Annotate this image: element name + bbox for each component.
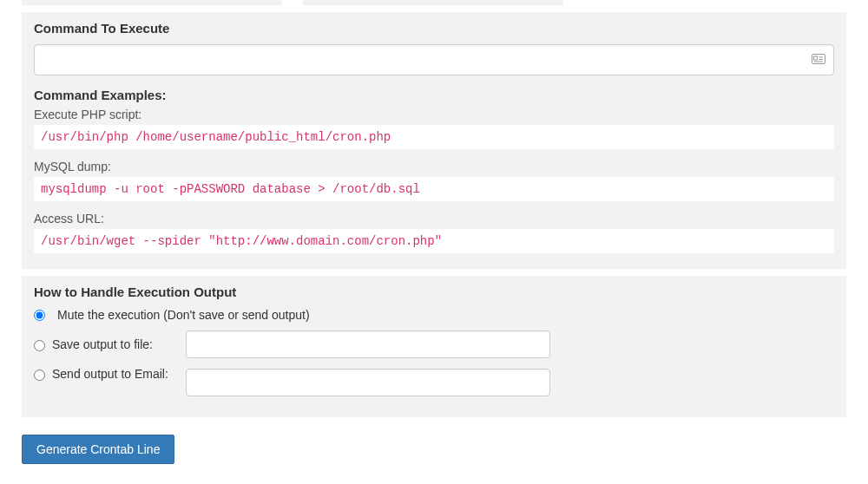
examples-heading: Command Examples:	[34, 88, 834, 102]
radio-mute-label: Mute the execution (Don't save or send o…	[57, 308, 310, 322]
command-title: Command To Execute	[34, 21, 834, 36]
radio-savefile-label: Save output to file:	[52, 337, 186, 351]
example-label: Access URL:	[34, 212, 834, 226]
example-label: Execute PHP script:	[34, 108, 834, 121]
command-input-wrap	[34, 44, 834, 75]
placeholder-block	[303, 0, 563, 5]
example-code: mysqldump -u root -pPASSWORD database > …	[34, 177, 834, 201]
savefile-input[interactable]	[186, 330, 550, 358]
sendemail-input[interactable]	[186, 369, 550, 396]
command-input[interactable]	[34, 44, 834, 75]
radio-mute[interactable]	[34, 310, 45, 321]
generate-button[interactable]: Generate Crontab Line	[22, 435, 174, 464]
output-option-savefile: Save output to file:	[34, 330, 834, 358]
radio-sendemail-label: Send output to Email:	[52, 367, 186, 381]
example-label: MySQL dump:	[34, 160, 834, 173]
top-placeholder-row	[22, 0, 846, 5]
radio-sendemail[interactable]	[34, 370, 45, 381]
placeholder-block	[22, 0, 282, 5]
command-panel: Command To Execute Command Examples: Exe…	[22, 12, 846, 269]
output-option-sendemail: Send output to Email:	[34, 367, 834, 396]
output-option-mute: Mute the execution (Don't save or send o…	[34, 308, 834, 322]
example-code: /usr/bin/wget --spider "http://www.domai…	[34, 229, 834, 253]
output-panel: How to Handle Execution Output Mute the …	[22, 276, 846, 417]
radio-savefile[interactable]	[34, 340, 45, 351]
output-title: How to Handle Execution Output	[34, 285, 834, 299]
example-code: /usr/bin/php /home/username/public_html/…	[34, 125, 834, 149]
